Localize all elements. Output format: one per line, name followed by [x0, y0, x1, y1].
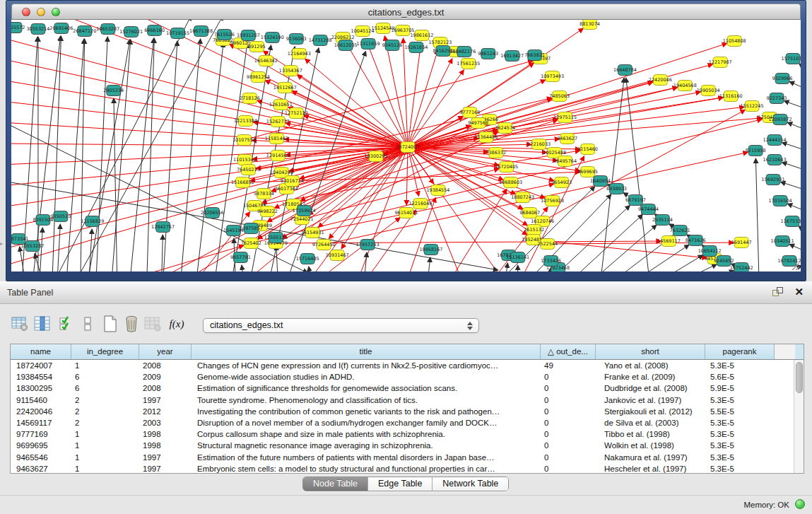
table-row[interactable]: 969969511998Structural magnetic resonanc… [11, 440, 804, 451]
table-cell[interactable]: 9463627 [11, 463, 71, 474]
column-header-pagerank[interactable]: pagerank [705, 344, 775, 359]
table-row[interactable]: 1456911722003Disruption of a novel membe… [11, 417, 804, 428]
table-cell[interactable]: Yano et al. (2008) [596, 360, 705, 371]
table-cell[interactable]: 1998 [139, 440, 192, 451]
window-titlebar[interactable]: citations_edges.txt [11, 4, 801, 20]
table-selector-dropdown[interactable]: citations_edges.txt [203, 318, 479, 333]
table-cell[interactable]: 2 [71, 406, 139, 417]
table-cell[interactable]: 5.3E-5 [705, 463, 775, 474]
tab-node-table[interactable]: Node Table [303, 477, 368, 491]
table-cell[interactable]: Tibbo et al. (1998) [596, 428, 705, 440]
table-row[interactable]: 946362711997Embryonic stem cells: a mode… [11, 463, 804, 474]
table-cell[interactable]: 19384554 [11, 371, 71, 382]
table-cell[interactable]: 0 [541, 371, 596, 382]
table-cell[interactable]: Wolkin et al. (1998) [596, 440, 705, 451]
table-cell[interactable]: 1997 [139, 395, 192, 406]
column-header-name[interactable]: name [11, 344, 71, 359]
table-cell[interactable]: 49 [541, 360, 596, 371]
panel-collapse-arrow[interactable]: ▸ [0, 240, 3, 247]
table-cell[interactable]: 2 [71, 395, 139, 406]
table-row[interactable]: 2242004622012Investigating the contribut… [11, 406, 804, 417]
table-cell[interactable]: Dudbridge et al. (2008) [596, 382, 705, 394]
network-graph-svg[interactable]: 1872400712164943133543671451266712610651… [11, 20, 801, 271]
table-cell[interactable]: Estimation of the future numbers of pati… [192, 452, 541, 463]
table-cell[interactable]: Genome-wide association studies in ADHD. [192, 371, 541, 382]
table-cell[interactable]: Hescheler et al. (1997) [596, 463, 705, 474]
table-cell[interactable]: 1 [71, 428, 139, 440]
table-cell[interactable]: 0 [541, 382, 596, 394]
table-row[interactable]: 977716911998Corpus callosum shape and si… [11, 428, 804, 440]
column-header-title[interactable]: title [192, 344, 541, 359]
table-cell[interactable]: 6 [71, 371, 139, 382]
table-cell[interactable]: 1998 [139, 428, 192, 440]
table-cell[interactable]: 2008 [139, 360, 192, 371]
table-cell[interactable]: 1 [71, 452, 139, 463]
table-cell[interactable]: 18300295 [11, 382, 71, 394]
table-cell[interactable]: 5.6E-5 [705, 371, 775, 382]
table-cell[interactable]: Structural magnetic resonance image aver… [192, 440, 541, 451]
table-cell[interactable]: 18724007 [11, 360, 71, 371]
table-cell[interactable]: 9699695 [11, 440, 71, 451]
select-all-columns-button[interactable] [57, 314, 76, 334]
table-cell[interactable]: Embryonic stem cells: a model to study s… [192, 463, 541, 474]
table-row[interactable]: 1938455462009Genome-wide association stu… [11, 371, 804, 382]
table-cell[interactable]: 1997 [139, 463, 192, 474]
table-cell[interactable]: Tourette syndrome. Phenomenology and cla… [192, 395, 541, 406]
table-cell[interactable]: Corpus callosum shape and size in male p… [192, 428, 541, 440]
table-cell[interactable]: 2008 [139, 382, 192, 394]
table-cell[interactable]: 5.3E-5 [705, 428, 775, 440]
table-cell[interactable]: 1 [71, 360, 139, 371]
table-cell[interactable]: 0 [541, 440, 596, 451]
table-cell[interactable]: Estimation of significance thresholds fo… [192, 382, 541, 394]
resize-grip[interactable] [791, 262, 799, 270]
memory-status-indicator[interactable] [795, 499, 805, 509]
table-row[interactable]: 911546021997Tourette syndrome. Phenomeno… [11, 395, 804, 406]
table-cell[interactable]: Disruption of a novel member of a sodium… [192, 417, 541, 428]
table-cell[interactable]: 0 [541, 395, 596, 406]
table-cell[interactable]: Jankovic et al. (1997) [596, 395, 705, 406]
table-cell[interactable]: 5.5E-5 [705, 406, 775, 417]
table-cell[interactable]: 0 [541, 452, 596, 463]
column-header-short[interactable]: short [596, 344, 705, 359]
table-row[interactable]: 946554611997Estimation of the future num… [11, 452, 804, 463]
network-canvas[interactable]: 1872400712164943133543671451266712610651… [11, 20, 801, 271]
close-panel-icon[interactable]: ✕ [794, 286, 804, 298]
table-cell[interactable]: 0 [541, 463, 596, 474]
function-builder-button[interactable]: f(x) [167, 314, 187, 334]
table-cell[interactable]: 1 [71, 440, 139, 451]
column-header-in_degree[interactable]: in_degree [71, 344, 139, 359]
table-cell[interactable]: 14569117 [11, 417, 71, 428]
column-header-out_de[interactable]: △ out_de... [541, 344, 596, 359]
table-cell[interactable]: 6 [71, 382, 139, 394]
table-cell[interactable]: 22420046 [11, 406, 71, 417]
table-cell[interactable]: 1997 [139, 452, 192, 463]
table-row[interactable]: 1830029562008Estimation of significance … [11, 382, 804, 394]
table-cell[interactable]: 5.9E-5 [705, 382, 775, 394]
table-cell[interactable]: 0 [541, 428, 596, 440]
table-cell[interactable]: 0 [541, 417, 596, 428]
table-cell[interactable]: 2009 [139, 371, 192, 382]
network-window-frame[interactable]: citations_edges.txt 18724007121649431335… [6, 0, 806, 281]
float-window-icon[interactable] [772, 287, 784, 298]
table-cell[interactable]: 9115460 [11, 395, 71, 406]
table-cell[interactable]: 2 [71, 417, 139, 428]
column-header-year[interactable]: year [139, 344, 192, 359]
table-cell[interactable]: 1 [71, 463, 139, 474]
table-settings-button[interactable] [10, 314, 30, 334]
table-cell[interactable]: Changes of HCN gene expression and I(f) … [192, 360, 541, 371]
table-cell[interactable]: 5.3E-5 [705, 360, 775, 371]
show-columns-button[interactable] [33, 314, 52, 334]
tab-edge-table[interactable]: Edge Table [368, 477, 433, 491]
delete-table-button[interactable] [122, 314, 141, 334]
vertical-scrollbar[interactable] [794, 360, 804, 473]
table-cell[interactable]: 2012 [139, 406, 192, 417]
table-cell[interactable]: Nakamura et al. (1997) [596, 452, 705, 463]
table-cell[interactable]: 9777169 [11, 428, 71, 440]
table-cell[interactable]: de Silva et al. (2003) [596, 417, 705, 428]
tab-network-table[interactable]: Network Table [433, 477, 508, 491]
table-cell[interactable]: 5.3E-5 [705, 417, 775, 428]
table-cell[interactable]: Investigating the contribution of common… [192, 406, 541, 417]
table-cell[interactable]: 5.3E-5 [705, 395, 775, 406]
table-cell[interactable]: 5.3E-5 [705, 452, 775, 463]
table-cell[interactable]: 9465546 [11, 452, 71, 463]
